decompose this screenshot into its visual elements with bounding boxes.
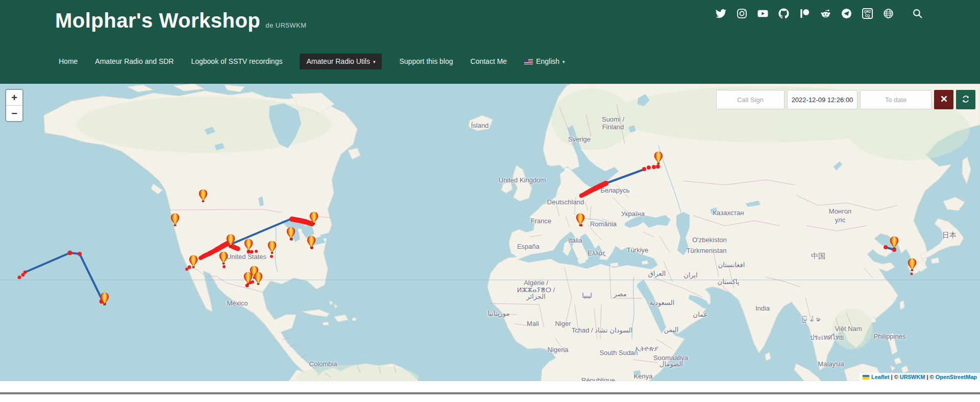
- nav-item-amateur-radio-utils[interactable]: Amateur Radio Utils▾: [300, 54, 382, 69]
- leaflet-map[interactable]: ÍslandSuomi /FinlandSverigeUnited Kingdo…: [0, 84, 980, 381]
- twitter-icon[interactable]: [716, 8, 726, 19]
- balloon-marker-washington[interactable]: [170, 213, 180, 226]
- globe-icon[interactable]: [883, 8, 894, 19]
- map-filter-bar: [716, 90, 975, 109]
- attribution-separator: | ©: [925, 374, 935, 380]
- page-title: Molphar's Workshopde UR5WKM: [55, 9, 307, 32]
- us-flag-icon: [524, 59, 533, 64]
- balloon-marker-ontario-east[interactable]: [309, 211, 319, 225]
- zoom-out-button[interactable]: −: [6, 106, 22, 121]
- osm-link[interactable]: OpenStreetMap: [936, 374, 977, 380]
- site-header: Molphar's Workshopde UR5WKM QRZCQ HomeAm…: [0, 0, 980, 84]
- nav-item-contact-me[interactable]: Contact Me: [471, 54, 507, 69]
- map-attribution: Leaflet | © UR5WKM | © OpenStreetMap: [860, 373, 980, 381]
- page-footer: [0, 392, 980, 402]
- balloon-marker-missouri[interactable]: [267, 241, 277, 254]
- nav-item-home[interactable]: Home: [59, 54, 78, 69]
- to-date-input[interactable]: [860, 90, 932, 109]
- svg-text:CQ: CQ: [865, 14, 870, 18]
- nav-item-logbook-of-sstv-recordings[interactable]: Logbook of SSTV recordings: [191, 54, 282, 69]
- github-icon[interactable]: [778, 8, 789, 19]
- nav-item-label: Home: [59, 54, 78, 69]
- balloon-marker-russia-west[interactable]: [653, 151, 664, 164]
- nav-item-label: Support this blog: [399, 54, 453, 69]
- nav-item-label: Logbook of SSTV recordings: [191, 54, 282, 69]
- clear-filters-button[interactable]: [934, 90, 953, 109]
- balloon-marker-pacific[interactable]: [100, 292, 110, 305]
- patreon-icon[interactable]: [799, 8, 810, 19]
- leaflet-link[interactable]: Leaflet: [871, 374, 889, 380]
- zoom-in-button[interactable]: +: [6, 90, 22, 106]
- balloon-marker-texas-east[interactable]: [253, 272, 263, 285]
- balloon-marker-saskatchewan[interactable]: [198, 189, 208, 202]
- social-icon-bar: QRZCQ: [716, 8, 923, 19]
- nav-item-support-this-blog[interactable]: Support this blog: [399, 54, 453, 69]
- telegram-icon[interactable]: [841, 8, 852, 19]
- balloon-marker-kansas[interactable]: [243, 239, 254, 252]
- nav-item-amateur-radio-and-sdr[interactable]: Amateur Radio and SDR: [95, 54, 174, 69]
- balloon-marker-socal[interactable]: [188, 255, 199, 268]
- attribution-separator: | ©: [889, 374, 899, 380]
- search-icon[interactable]: [912, 8, 923, 19]
- site-title-text: Molphar's Workshop: [55, 9, 260, 32]
- map-zoom-control: + −: [5, 89, 23, 122]
- balloon-marker-china-bohai[interactable]: [889, 236, 899, 249]
- main-nav: HomeAmateur Radio and SDRLogbook of SSTV…: [59, 54, 565, 69]
- refresh-icon: [962, 95, 970, 105]
- balloon-markers-layer: [0, 84, 980, 381]
- balloon-marker-south-korea[interactable]: [907, 258, 917, 271]
- footer-divider: [0, 392, 980, 394]
- from-date-input[interactable]: [787, 90, 857, 109]
- site-subtitle: de UR5WKM: [265, 21, 306, 29]
- chevron-down-icon: ▾: [562, 54, 565, 70]
- nav-item-label: Contact Me: [471, 54, 507, 69]
- balloon-marker-michigan[interactable]: [286, 227, 296, 240]
- owner-link[interactable]: UR5WKM: [900, 374, 925, 380]
- call-sign-input[interactable]: [716, 90, 785, 109]
- qrzcq-icon[interactable]: QRZCQ: [862, 8, 873, 19]
- nav-item-label: Amateur Radio Utils: [306, 54, 370, 69]
- balloon-marker-wyoming[interactable]: [226, 234, 236, 247]
- chevron-down-icon: ▾: [373, 54, 376, 70]
- x-icon: [940, 95, 948, 104]
- balloon-marker-austria[interactable]: [575, 213, 585, 226]
- nav-item-label: Amateur Radio and SDR: [95, 54, 174, 69]
- balloon-marker-new-mexico[interactable]: [218, 251, 229, 265]
- reddit-icon[interactable]: [820, 8, 831, 19]
- instagram-icon[interactable]: [737, 8, 747, 19]
- balloon-marker-pennsylvania[interactable]: [306, 235, 316, 249]
- ukraine-flag-icon: [863, 375, 869, 380]
- youtube-icon[interactable]: [757, 8, 768, 19]
- nav-item-english[interactable]: English▾: [524, 54, 565, 69]
- nav-item-label: English: [536, 54, 559, 69]
- refresh-button[interactable]: [956, 90, 975, 109]
